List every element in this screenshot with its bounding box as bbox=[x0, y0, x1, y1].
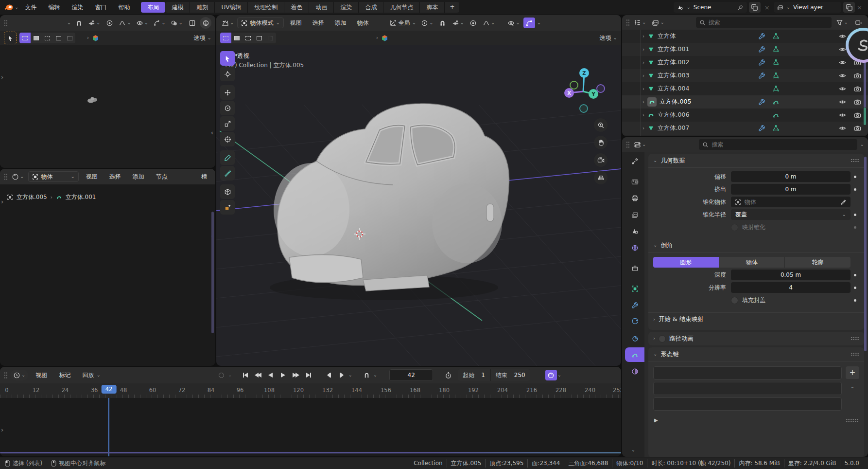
viewlayer-selector[interactable]: ⌄ ViewLayer bbox=[774, 2, 841, 13]
expand-icon[interactable]: › bbox=[642, 34, 644, 39]
filter-button[interactable]: ⌄ bbox=[834, 17, 850, 28]
active-tool-icon[interactable] bbox=[4, 32, 17, 44]
animate-dot[interactable] bbox=[851, 299, 859, 302]
path-animation-header[interactable]: › 路径动画 bbox=[648, 332, 864, 345]
shape-keys-header[interactable]: ⌄ 形态键 bbox=[648, 347, 864, 361]
workspace-tab-shading[interactable]: 着色 bbox=[284, 2, 309, 13]
fill-caps-checkbox[interactable] bbox=[731, 297, 738, 304]
tool-rotate[interactable] bbox=[220, 101, 235, 115]
keying-dropdown-chevron[interactable]: ⌄ bbox=[228, 373, 232, 378]
expand-left-region-arrow[interactable]: › bbox=[1, 198, 3, 205]
modifier-wrench-icon[interactable] bbox=[758, 46, 765, 53]
tab-physics[interactable] bbox=[625, 314, 644, 329]
properties-search-input[interactable] bbox=[712, 141, 853, 148]
shader-menu-view[interactable]: 视图 bbox=[82, 171, 102, 182]
current-frame-badge[interactable]: 42 bbox=[102, 385, 117, 394]
hide-eye-icon[interactable] bbox=[839, 72, 846, 79]
tool-measure[interactable] bbox=[220, 166, 235, 180]
select-mode-subtract[interactable] bbox=[42, 33, 53, 43]
timeline-hscrollbar[interactable] bbox=[0, 452, 621, 453]
viewport-options-dropdown[interactable]: 选项⌄ bbox=[600, 34, 617, 42]
proportional-edit-toggle[interactable] bbox=[468, 18, 479, 28]
jump-to-end-button[interactable] bbox=[302, 370, 314, 380]
expand-icon[interactable]: › bbox=[642, 100, 644, 105]
tab-tool[interactable] bbox=[625, 154, 644, 168]
workspace-tab-geonodes[interactable]: 几何节点 bbox=[383, 2, 420, 13]
offset-field[interactable]: 0 m bbox=[731, 171, 851, 182]
navigation-axis-gizmo[interactable]: Z X Y bbox=[559, 65, 608, 113]
eyedropper-icon[interactable] bbox=[840, 199, 847, 205]
timeline-ruler[interactable]: 0 12 24 36 48 60 72 84 96 108 120 132 14… bbox=[0, 383, 621, 398]
menu-edit[interactable]: 编辑 bbox=[43, 2, 65, 13]
menu-window[interactable]: 窗口 bbox=[89, 2, 112, 13]
disable-render-camera-icon[interactable] bbox=[854, 72, 861, 79]
tab-object-data[interactable] bbox=[625, 347, 644, 362]
show-gizmo-dropdown[interactable]: ⌄ bbox=[506, 18, 521, 28]
tab-material[interactable] bbox=[625, 364, 644, 379]
frame-end-field[interactable]: 结束 250 bbox=[490, 369, 530, 381]
disable-render-camera-icon[interactable] bbox=[854, 125, 861, 132]
animate-dot[interactable] bbox=[851, 226, 859, 229]
tool-move[interactable] bbox=[220, 85, 235, 100]
transform-orientation-dropdown[interactable]: 全局 ⌄ bbox=[388, 18, 417, 28]
expand-channel-region-arrow[interactable]: › bbox=[1, 426, 3, 433]
properties-editor-type-button[interactable]: ⌄ bbox=[632, 139, 647, 150]
shape-key-slot[interactable] bbox=[653, 397, 842, 411]
workspace-tab-uv[interactable]: UV编辑 bbox=[215, 2, 248, 13]
panel-resize-dots[interactable] bbox=[846, 418, 858, 422]
resolution-field[interactable]: 4 bbox=[731, 282, 851, 293]
tool-annotate[interactable] bbox=[220, 150, 235, 165]
panel-drag-dots[interactable] bbox=[851, 352, 859, 356]
shader-menu-select[interactable]: 选择 bbox=[105, 171, 125, 182]
workspace-tab-rendering[interactable]: 渲染 bbox=[334, 2, 359, 13]
current-frame-field[interactable]: 42 bbox=[389, 369, 433, 381]
options-dropdown[interactable]: 选项⌄ bbox=[194, 34, 211, 42]
modifier-wrench-icon[interactable] bbox=[758, 72, 765, 79]
falloff-dropdown[interactable]: ⌄ bbox=[481, 18, 496, 28]
tab-modifiers[interactable] bbox=[625, 298, 644, 312]
modifier-wrench-icon[interactable] bbox=[758, 98, 765, 106]
select-mode-extend[interactable] bbox=[31, 33, 42, 43]
outliner-row-cube001[interactable]: › 立方体.001 bbox=[622, 43, 868, 56]
menu-help[interactable]: 帮助 bbox=[113, 2, 135, 13]
viewport-menu-add[interactable]: 添加 bbox=[330, 18, 351, 28]
workspace-tab-compositing[interactable]: 合成 bbox=[359, 2, 383, 13]
workspace-tab-animation[interactable]: 动画 bbox=[309, 2, 334, 13]
gizmo-move-toggle[interactable] bbox=[523, 18, 535, 28]
header-grip[interactable] bbox=[4, 19, 7, 27]
mesh-data-icon[interactable] bbox=[772, 33, 780, 40]
tab-scene[interactable] bbox=[625, 224, 644, 238]
tab-world[interactable] bbox=[625, 240, 644, 255]
outliner-row-cube007[interactable]: › 立方体.007 bbox=[622, 122, 868, 135]
tab-object[interactable] bbox=[625, 281, 644, 296]
shape-key-slot[interactable] bbox=[653, 382, 842, 395]
outliner-row-cube002[interactable]: › 立方体.002 bbox=[622, 56, 868, 69]
frame-start-field[interactable]: 起始 1 bbox=[458, 369, 490, 381]
workspace-tab-sculpt[interactable]: 雕刻 bbox=[190, 2, 215, 13]
add-shape-key-button[interactable]: + bbox=[846, 366, 859, 379]
header-grip[interactable] bbox=[626, 19, 629, 26]
jump-to-start-button[interactable] bbox=[239, 370, 251, 380]
workspace-tab-texturepaint[interactable]: 纹理绘制 bbox=[248, 2, 284, 13]
unlink-scene-button[interactable]: × bbox=[761, 4, 774, 11]
shape-keys-list[interactable] bbox=[653, 366, 842, 411]
start-end-subpanel-header[interactable]: › 开始 & 结束映射 bbox=[648, 312, 864, 326]
menu-file[interactable]: 文件 bbox=[19, 2, 42, 13]
tool-add-cube[interactable] bbox=[220, 184, 235, 199]
select-mode-subtract[interactable] bbox=[243, 33, 254, 43]
mesh-data-icon[interactable] bbox=[772, 125, 780, 132]
select-mode-set[interactable] bbox=[19, 33, 31, 43]
shape-key-slot[interactable] bbox=[653, 366, 842, 379]
gizmo-dropdown-chevron[interactable]: ⌄ bbox=[537, 20, 541, 25]
modifier-wrench-icon[interactable] bbox=[758, 125, 765, 132]
frame-step-chevron[interactable]: ⌄ bbox=[348, 373, 352, 378]
outliner-search[interactable] bbox=[696, 17, 832, 28]
header-grip[interactable] bbox=[4, 372, 7, 379]
extrude-field[interactable]: 0 m bbox=[731, 184, 851, 195]
tabs-overflow-chevron[interactable]: ⌄ bbox=[622, 446, 644, 453]
pan-hand-button[interactable] bbox=[594, 136, 608, 149]
shape-keys-play-icon[interactable]: ▶ bbox=[654, 417, 658, 423]
geometry-panel-header[interactable]: ⌄ 几何数据 bbox=[648, 154, 864, 167]
menu-render[interactable]: 渲染 bbox=[66, 2, 88, 13]
mesh-data-icon[interactable] bbox=[772, 59, 780, 66]
